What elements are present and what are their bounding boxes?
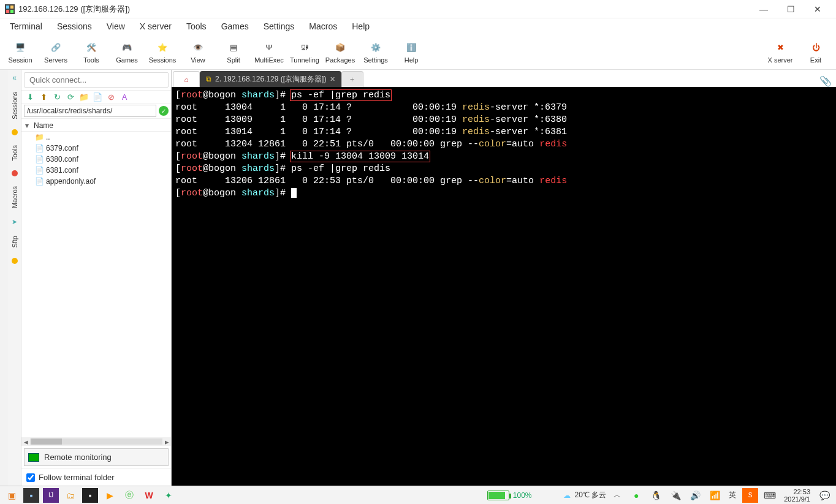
menu-settings[interactable]: Settings	[257, 20, 301, 33]
plus-icon: +	[350, 75, 354, 84]
tool-x-server[interactable]: ✖X server	[762, 36, 798, 69]
file-item[interactable]: 📄6380.conf	[21, 154, 171, 165]
tool-sessions[interactable]: ⭐Sessions	[145, 36, 180, 69]
taskbar-vm-icon[interactable]: ▣	[4, 488, 20, 503]
menu-terminal[interactable]: Terminal	[4, 20, 48, 33]
split-icon: ▤	[226, 40, 241, 55]
menu-sessions[interactable]: Sessions	[51, 20, 98, 33]
delete-icon[interactable]: ⊘	[106, 92, 116, 102]
tray-volume-icon[interactable]: 🔊	[687, 488, 703, 503]
remote-monitoring-button[interactable]: Remote monitoring	[24, 448, 169, 466]
side-tab-tools[interactable]: Tools	[10, 141, 20, 165]
tool-tools[interactable]: 🛠️Tools	[74, 36, 109, 69]
tab-session-active[interactable]: ⧉ 2. 192.168.126.129 ([京淘服务器]) ×	[200, 71, 341, 87]
file-item[interactable]: 📄6381.conf	[21, 165, 171, 176]
attach-icon[interactable]: 📎	[819, 75, 836, 87]
titlebar: 192.168.126.129 ([京淘服务器]) — ☐ ✕	[0, 0, 836, 18]
tool-multiexec[interactable]: ΨMultiExec	[251, 36, 287, 69]
menu-view[interactable]: View	[101, 20, 131, 33]
tray-qq-icon[interactable]: 🐧	[648, 488, 664, 503]
menu-games[interactable]: Games	[215, 20, 255, 33]
file-item[interactable]: 📄6379.conf	[21, 143, 171, 154]
taskbar-media-icon[interactable]: ▶	[102, 488, 118, 503]
path-input[interactable]: /usr/local/src/redis/shards/	[24, 105, 156, 117]
maximize-button[interactable]: ☐	[777, 1, 804, 18]
scroll-right-icon[interactable]: ▸	[162, 437, 171, 446]
tool-view[interactable]: 👁️View	[180, 36, 216, 69]
file-icon: 📄	[35, 166, 44, 175]
menu-macros[interactable]: Macros	[303, 20, 343, 33]
tool-settings[interactable]: ⚙️Settings	[358, 36, 393, 69]
scroll-left-icon[interactable]: ◂	[21, 437, 30, 446]
tray-wechat-icon[interactable]: ●	[628, 488, 644, 503]
new-folder-icon[interactable]: 📁	[79, 92, 89, 102]
minimize-button[interactable]: —	[750, 1, 777, 18]
tab-home[interactable]: ⌂	[173, 71, 200, 87]
terminal[interactable]: [root@bogon shards]# ps -ef |grep redisr…	[172, 87, 836, 486]
menu-x-server[interactable]: X server	[134, 20, 178, 33]
follow-checkbox-row[interactable]: Follow terminal folder	[21, 468, 171, 486]
taskbar-wps-icon[interactable]: W	[141, 488, 157, 503]
tool-games[interactable]: 🎮Games	[109, 36, 145, 69]
taskbar-cmd-icon[interactable]: ▪	[82, 488, 98, 503]
multiexec-icon: Ψ	[262, 40, 276, 55]
help-icon: ℹ️	[404, 40, 419, 55]
side-tab-sessions[interactable]: Sessions	[10, 88, 20, 123]
upload-icon[interactable]: ⬇	[25, 92, 35, 102]
terminal-line: [root@bogon shards]# ps -ef |grep redis	[175, 89, 832, 102]
side-tab-sftp[interactable]: Sftp	[10, 232, 20, 252]
refresh2-icon[interactable]: ⟳	[66, 92, 75, 102]
scroll-track[interactable]	[30, 438, 162, 445]
ime-lang[interactable]: 英	[726, 490, 739, 500]
quick-connect-input[interactable]	[24, 72, 169, 88]
follow-checkbox[interactable]	[26, 473, 35, 482]
properties-icon[interactable]: A	[120, 92, 129, 102]
tool-help[interactable]: ℹ️Help	[393, 36, 429, 69]
tool-tunneling[interactable]: 🖳Tunneling	[287, 36, 322, 69]
tab-new[interactable]: +	[341, 71, 363, 87]
parent-dir[interactable]: 📁..	[21, 132, 171, 143]
battery-pct: 100%	[513, 491, 532, 500]
taskbar: ▣ ▪ IJ 🗂 ▪ ▶ ⓔ W ✦ 100% ☁ 20℃ 多云 ︿ ● 🐧 🔌…	[0, 486, 836, 504]
tool-packages[interactable]: 📦Packages	[322, 36, 358, 69]
close-button[interactable]: ✕	[804, 1, 831, 18]
tool-label: Exit	[810, 56, 821, 64]
tool-servers[interactable]: 🔗Servers	[38, 36, 74, 69]
weather-text[interactable]: 20℃ 多云	[574, 490, 606, 500]
sftp-toolbar: ⬇ ⬆ ↻ ⟳ 📁 📄 ⊘ A	[21, 90, 171, 103]
svg-rect-4	[10, 10, 13, 13]
taskbar-browser-icon[interactable]: ⓔ	[121, 488, 137, 503]
refresh-icon[interactable]: ↻	[52, 92, 62, 102]
tool-label: Packages	[325, 56, 355, 64]
exit-icon: ⏻	[808, 40, 823, 55]
terminal-line: root 13014 1 0 17:14 ? 00:00:19 redis-se…	[175, 126, 832, 138]
tray-sogou-icon[interactable]: S	[742, 488, 758, 503]
parent-label: ..	[46, 133, 50, 141]
tray-chevron-icon[interactable]: ︿	[610, 490, 625, 500]
side-tab-macros[interactable]: Macros	[10, 182, 20, 212]
file-item[interactable]: 📄appendonly.aof	[21, 176, 171, 187]
tray-keyboard-icon[interactable]: ⌨	[762, 488, 778, 503]
file-list-header[interactable]: ▾Name	[21, 120, 171, 132]
taskbar-files-icon[interactable]: 🗂	[63, 488, 78, 503]
collapse-icon[interactable]: «	[12, 73, 17, 82]
scroll-thumb[interactable]	[31, 438, 62, 445]
tab-close-icon[interactable]: ×	[330, 74, 335, 84]
tool-session[interactable]: 🖥️Session	[2, 36, 38, 69]
clock[interactable]: 22:53 2021/9/1	[781, 488, 813, 503]
menu-tools[interactable]: Tools	[180, 20, 213, 33]
tool-exit[interactable]: ⏻Exit	[798, 36, 834, 69]
new-file-icon[interactable]: 📄	[93, 92, 102, 102]
tool-label: Settings	[363, 56, 388, 64]
tray-wifi-icon[interactable]: 📶	[707, 488, 723, 503]
tray-notifications-icon[interactable]: 💬	[816, 488, 832, 503]
tray-power-icon[interactable]: 🔌	[667, 488, 683, 503]
tool-label: View	[191, 56, 205, 64]
taskbar-terminal-icon[interactable]: ▪	[23, 488, 39, 503]
taskbar-av-icon[interactable]: ✦	[161, 488, 177, 503]
h-scrollbar[interactable]: ◂ ▸	[21, 437, 171, 446]
download-icon[interactable]: ⬆	[39, 92, 48, 102]
taskbar-idea-icon[interactable]: IJ	[43, 488, 59, 503]
menu-help[interactable]: Help	[346, 20, 376, 33]
tool-split[interactable]: ▤Split	[216, 36, 251, 69]
